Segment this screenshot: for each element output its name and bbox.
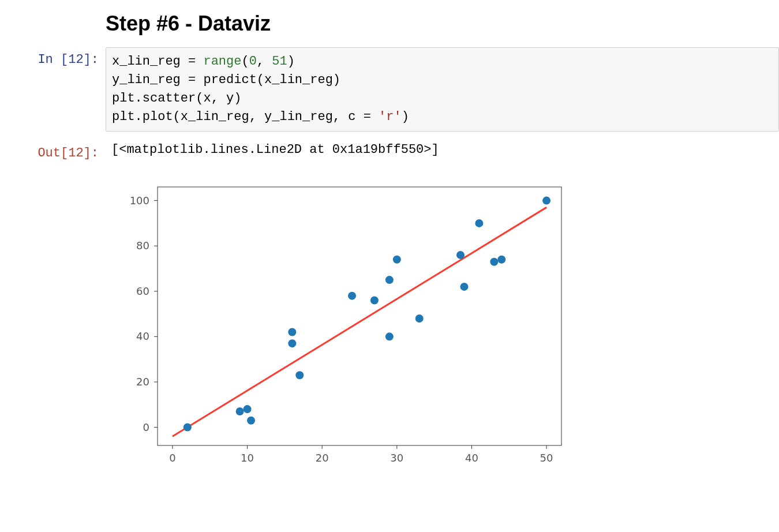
- scatter-point: [247, 417, 255, 425]
- scatter-point: [385, 332, 394, 340]
- svg-rect-0: [158, 187, 561, 445]
- code-input-area[interactable]: x_lin_reg = range(0, 51) y_lin_reg = pre…: [106, 47, 779, 132]
- code-token: ): [402, 110, 409, 124]
- scatter-point: [348, 292, 356, 300]
- y-tick-label: 80: [136, 239, 149, 252]
- code-token: ,: [257, 54, 272, 69]
- code-token: ): [287, 54, 295, 69]
- code-token: =: [188, 54, 203, 69]
- code-token-num: 0: [249, 54, 257, 69]
- x-tick-label: 30: [390, 452, 403, 464]
- y-tick-label: 0: [143, 421, 149, 433]
- scatter-point: [288, 328, 296, 336]
- markdown-heading: Step #6 - Dataviz: [106, 12, 779, 36]
- x-tick-label: 10: [241, 452, 254, 464]
- scatter-chart: 01020304050020406080100: [106, 174, 579, 480]
- scatter-point: [385, 276, 394, 284]
- scatter-point: [288, 339, 296, 347]
- y-tick-label: 40: [136, 330, 149, 342]
- scatter-point: [415, 314, 424, 323]
- code-token-num: 51: [272, 54, 287, 69]
- output-cell-row: Out[12]: [<matplotlib.lines.Line2D at 0x…: [0, 141, 779, 163]
- code-token: plt.plot(x_lin_reg, y_lin_reg, c =: [112, 110, 379, 124]
- x-tick-label: 20: [316, 452, 329, 464]
- scatter-point: [183, 424, 192, 432]
- output-text-area: [<matplotlib.lines.Line2D at 0x1a19bff55…: [106, 141, 779, 159]
- code-token-str: 'r': [379, 110, 402, 124]
- scatter-point: [295, 371, 304, 379]
- input-prompt: In [12]:: [0, 47, 106, 69]
- notebook-page: Step #6 - Dataviz In [12]: x_lin_reg = r…: [0, 0, 779, 482]
- code-token-fn: range: [203, 54, 241, 69]
- y-tick-label: 20: [136, 376, 149, 388]
- output-text: [<matplotlib.lines.Line2D at 0x1a19bff55…: [111, 143, 439, 157]
- x-tick-label: 0: [169, 452, 175, 464]
- output-prompt-label: Out[12]:: [38, 146, 99, 160]
- scatter-point: [542, 197, 550, 205]
- chart-output: 01020304050020406080100: [106, 174, 779, 482]
- code-token: (: [241, 54, 249, 69]
- scatter-point: [460, 283, 468, 291]
- scatter-point: [370, 296, 379, 304]
- heading-row: Step #6 - Dataviz: [106, 12, 779, 36]
- code-line: plt.scatter(x, y): [112, 91, 241, 106]
- x-tick-label: 40: [465, 452, 478, 464]
- output-prompt: Out[12]:: [0, 141, 106, 163]
- scatter-point: [497, 256, 505, 264]
- scatter-point: [393, 256, 401, 264]
- regression-line: [173, 207, 546, 436]
- code-line: y_lin_reg = predict(x_lin_reg): [112, 73, 340, 87]
- scatter-point: [244, 405, 252, 413]
- scatter-point: [475, 219, 483, 227]
- scatter-point: [490, 258, 498, 266]
- y-tick-label: 60: [136, 285, 149, 297]
- code-cell-row: In [12]: x_lin_reg = range(0, 51) y_lin_…: [0, 47, 779, 132]
- scatter-point: [456, 251, 465, 259]
- x-tick-label: 50: [540, 452, 553, 464]
- input-prompt-label: In [12]:: [38, 53, 99, 67]
- scatter-point: [236, 407, 244, 415]
- code-token: x_lin_reg: [112, 54, 188, 69]
- y-tick-label: 100: [130, 194, 149, 207]
